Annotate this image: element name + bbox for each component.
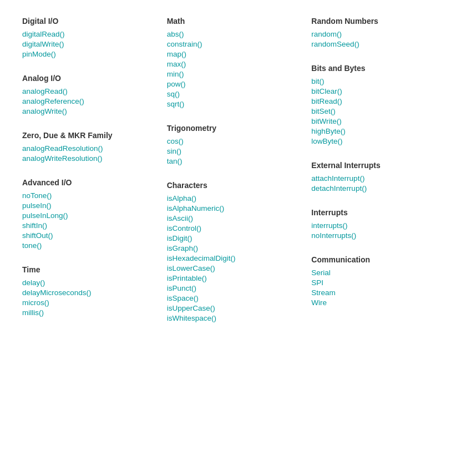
link-lowbyte[interactable]: lowByte() [311,137,434,145]
section-title-bits-bytes: Bits and Bytes [311,64,434,73]
link-min[interactable]: min() [167,70,290,78]
link-isascii[interactable]: isAscii() [167,214,290,222]
link-serial[interactable]: Serial [311,269,434,277]
section-title-math: Math [167,17,290,26]
section-analog-io: Analog I/OanalogRead()analogReference()a… [22,74,145,115]
link-delay[interactable]: delay() [22,278,145,287]
link-pulsein[interactable]: pulseIn() [22,201,145,210]
link-digitalread[interactable]: digitalRead() [22,30,145,38]
link-pow[interactable]: pow() [167,80,290,88]
link-map[interactable]: map() [167,50,290,58]
link-bitread[interactable]: bitRead() [311,97,434,105]
section-characters: CharactersisAlpha()isAlphaNumeric()isAsc… [167,181,290,322]
link-random[interactable]: random() [311,30,434,38]
link-constrain[interactable]: constrain() [167,40,290,48]
link-iswhitespace[interactable]: isWhitespace() [167,314,290,322]
link-attachinterrupt[interactable]: attachInterrupt() [311,174,434,183]
link-pinmode[interactable]: pinMode() [22,50,145,58]
column-1: Mathabs()constrain()map()max()min()pow()… [156,17,301,338]
link-micros[interactable]: micros() [22,298,145,307]
link-wire[interactable]: Wire [311,298,434,307]
section-title-characters: Characters [167,181,290,190]
link-islowercase[interactable]: isLowerCase() [167,264,290,272]
section-bits-bytes: Bits and Bytesbit()bitClear()bitRead()bi… [311,64,434,145]
section-trigonometry: Trigonometrycos()sin()tan() [167,124,290,165]
link-isalphanumeric[interactable]: isAlphaNumeric() [167,204,290,212]
link-pulseinlong[interactable]: pulseInLong() [22,211,145,220]
link-analogread[interactable]: analogRead() [22,87,145,95]
section-title-communication: Communication [311,255,434,264]
link-sin[interactable]: sin() [167,147,290,155]
section-title-time: Time [22,265,145,274]
link-analogreference[interactable]: analogReference() [22,97,145,105]
link-interrupts[interactable]: interrupts() [311,221,434,230]
column-0: Digital I/OdigitalRead()digitalWrite()pi… [11,17,156,338]
link-analogwriteresolution[interactable]: analogWriteResolution() [22,154,145,163]
link-nointerrupts[interactable]: noInterrupts() [311,231,434,240]
link-isuppercase[interactable]: isUpperCase() [167,304,290,312]
link-ispunct[interactable]: isPunct() [167,284,290,292]
column-2: Random Numbersrandom()randomSeed()Bits a… [300,17,445,338]
link-highbyte[interactable]: highByte() [311,127,434,135]
link-analogreadresolution[interactable]: analogReadResolution() [22,144,145,153]
link-bit[interactable]: bit() [311,77,434,85]
link-bitset[interactable]: bitSet() [311,107,434,115]
link-sqrt[interactable]: sqrt() [167,100,290,108]
section-interrupts: Interruptsinterrupts()noInterrupts() [311,208,434,240]
link-tone[interactable]: tone() [22,241,145,250]
link-max[interactable]: max() [167,60,290,68]
link-ishexadecimaldigit[interactable]: isHexadecimalDigit() [167,254,290,262]
link-spi[interactable]: SPI [311,278,434,287]
link-delaymicroseconds[interactable]: delayMicroseconds() [22,288,145,297]
link-notone[interactable]: noTone() [22,191,145,200]
link-tan[interactable]: tan() [167,157,290,165]
section-communication: CommunicationSerialSPIStreamWire [311,255,434,307]
link-isspace[interactable]: isSpace() [167,294,290,302]
main-columns: Digital I/OdigitalRead()digitalWrite()pi… [11,17,445,338]
link-millis[interactable]: millis() [22,308,145,317]
link-isgraph[interactable]: isGraph() [167,244,290,252]
link-randomseed[interactable]: randomSeed() [311,40,434,48]
link-bitclear[interactable]: bitClear() [311,87,434,95]
section-title-digital-io: Digital I/O [22,17,145,26]
link-digitalwrite[interactable]: digitalWrite() [22,40,145,48]
link-isalpha[interactable]: isAlpha() [167,194,290,202]
link-isdigit[interactable]: isDigit() [167,234,290,242]
link-bitwrite[interactable]: bitWrite() [311,117,434,125]
section-advanced-io: Advanced I/OnoTone()pulseIn()pulseInLong… [22,178,145,250]
link-detachinterrupt[interactable]: detachInterrupt() [311,184,434,193]
section-random-numbers: Random Numbersrandom()randomSeed() [311,17,434,48]
section-title-zero-due-mkr: Zero, Due & MKR Family [22,131,145,140]
section-external-interrupts: External InterruptsattachInterrupt()deta… [311,161,434,193]
link-shiftin[interactable]: shiftIn() [22,221,145,230]
section-title-external-interrupts: External Interrupts [311,161,434,170]
link-isprintable[interactable]: isPrintable() [167,274,290,282]
section-math: Mathabs()constrain()map()max()min()pow()… [167,17,290,108]
section-title-trigonometry: Trigonometry [167,124,290,133]
link-cos[interactable]: cos() [167,137,290,145]
link-analogwrite[interactable]: analogWrite() [22,107,145,115]
link-iscontrol[interactable]: isControl() [167,224,290,232]
section-digital-io: Digital I/OdigitalRead()digitalWrite()pi… [22,17,145,58]
link-shiftout[interactable]: shiftOut() [22,231,145,240]
section-title-advanced-io: Advanced I/O [22,178,145,187]
section-title-analog-io: Analog I/O [22,74,145,83]
link-abs[interactable]: abs() [167,30,290,38]
section-zero-due-mkr: Zero, Due & MKR FamilyanalogReadResoluti… [22,131,145,163]
link-stream[interactable]: Stream [311,288,434,297]
section-time: Timedelay()delayMicroseconds()micros()mi… [22,265,145,317]
link-sq[interactable]: sq() [167,90,290,98]
section-title-interrupts: Interrupts [311,208,434,217]
section-title-random-numbers: Random Numbers [311,17,434,26]
